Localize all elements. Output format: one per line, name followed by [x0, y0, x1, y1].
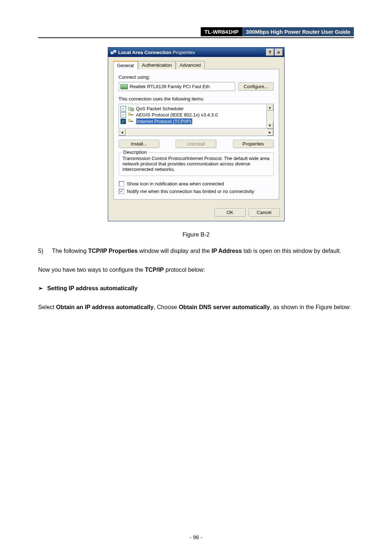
cancel-button[interactable]: Cancel: [249, 208, 280, 217]
tab-advanced[interactable]: Advanced: [176, 61, 205, 69]
components-list[interactable]: ✓ QoS Packet Scheduler ✓ AEGIS Protocol …: [119, 104, 267, 128]
checkbox-icon[interactable]: ✓: [121, 112, 126, 118]
list-item-selected[interactable]: ✓ Internet Protocol (TCP/IP): [121, 118, 265, 125]
service-icon: [128, 106, 134, 111]
scrollbar-horizontal[interactable]: ◄ ►: [119, 129, 274, 136]
arrow-icon: ➢: [38, 283, 43, 293]
adapter-field[interactable]: Realtek RTL8139 Family PCI Fast Eth: [119, 82, 236, 91]
scroll-left-icon[interactable]: ◄: [119, 129, 126, 136]
notify-label: Notify me when this connection has limit…: [127, 189, 254, 194]
nic-icon: [121, 84, 128, 89]
uninstall-button: Uninstall: [176, 140, 216, 148]
paragraph: Select Obtain an IP address automaticall…: [38, 302, 354, 312]
notify-row[interactable]: ✓ Notify me when this connection has lim…: [119, 189, 274, 194]
header-title: 300Mbps High Power Router User Guide: [242, 27, 354, 36]
subheading-text: Setting IP address automatically: [47, 283, 138, 294]
checkbox-icon[interactable]: ✓: [121, 106, 126, 111]
items-label: This connection uses the following items…: [119, 96, 274, 102]
tab-authentication[interactable]: Authentication: [138, 61, 176, 69]
subheading: ➢ Setting IP address automatically: [38, 283, 354, 294]
adapter-name: Realtek RTL8139 Family PCI Fast Eth: [130, 84, 210, 89]
tabs: General Authentication Advanced: [113, 61, 279, 69]
protocol-icon: [128, 113, 134, 117]
figure-caption: Figure B-2: [38, 231, 354, 238]
header-model: TL-WR841HP: [201, 27, 242, 36]
connect-using-label: Connect using:: [119, 74, 274, 80]
checkbox-unchecked[interactable]: [119, 181, 124, 186]
paragraph: Now you have two ways to configure the T…: [38, 265, 354, 275]
dialog-title: Local Area Connection Properties: [118, 50, 195, 55]
scroll-down-icon[interactable]: ▼: [267, 122, 273, 129]
close-button[interactable]: ×: [275, 49, 283, 56]
ok-button[interactable]: OK: [215, 208, 246, 217]
description-text: Transmission Control Protocol/Internet P…: [123, 156, 270, 172]
description-legend: Description: [122, 149, 148, 155]
configure-button[interactable]: Configure...: [238, 82, 273, 91]
document-body: 5) The following TCP/IP Properties windo…: [38, 246, 354, 312]
install-button[interactable]: Install...: [119, 140, 159, 148]
description-group: Description Transmission Control Protoco…: [119, 152, 274, 176]
show-icon-label: Show icon in notification area when conn…: [127, 181, 224, 186]
tab-panel-general: Connect using: Realtek RTL8139 Family PC…: [113, 69, 279, 200]
protocol-icon: [128, 119, 134, 124]
show-icon-row[interactable]: Show icon in notification area when conn…: [119, 181, 274, 186]
scroll-up-icon[interactable]: ▲: [267, 104, 273, 111]
properties-dialog: Local Area Connection Properties ? × Gen…: [108, 47, 285, 221]
header-rule: [38, 37, 354, 38]
checkbox-icon[interactable]: ✓: [121, 119, 126, 124]
list-item[interactable]: ✓ QoS Packet Scheduler: [121, 106, 265, 112]
page-header: TL-WR841HP 300Mbps High Power Router Use…: [38, 27, 354, 36]
page-number: - 96 -: [0, 534, 392, 540]
checkbox-checked[interactable]: ✓: [119, 189, 124, 194]
list-item[interactable]: ✓ AEGIS Protocol (IEEE 802.1x) v3.4.3.0: [121, 112, 265, 118]
scrollbar-vertical[interactable]: ▲ ▼: [267, 104, 274, 129]
dialog-titlebar[interactable]: Local Area Connection Properties ? ×: [108, 48, 284, 57]
help-button[interactable]: ?: [266, 49, 274, 56]
scroll-right-icon[interactable]: ►: [267, 129, 273, 136]
properties-button[interactable]: Properties: [233, 140, 274, 148]
tab-general[interactable]: General: [113, 61, 138, 69]
step-number: 5): [38, 246, 52, 256]
connection-icon: [110, 50, 116, 55]
step-text: The following TCP/IP Properties window w…: [52, 246, 354, 256]
